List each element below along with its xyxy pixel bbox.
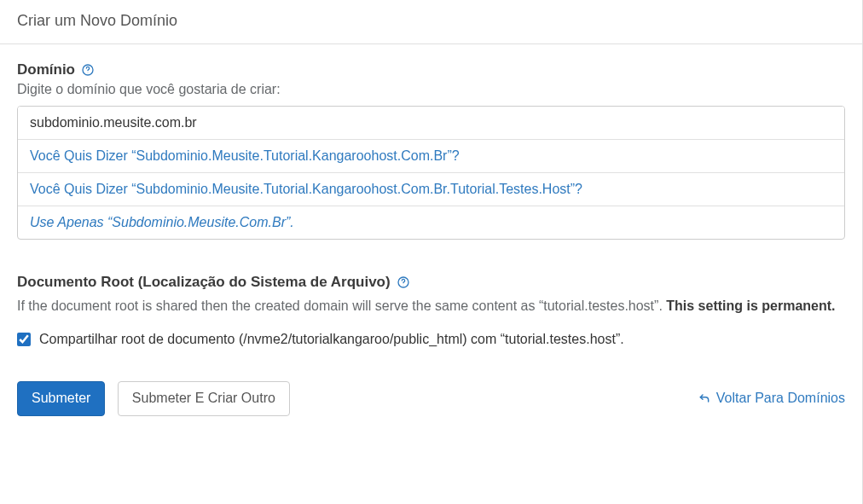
docroot-label: Documento Root (Localização do Sistema d… (17, 274, 391, 291)
page-title: Criar um Novo Domínio (0, 0, 862, 44)
domain-input[interactable] (18, 107, 844, 139)
footer-row: Submeter Submeter E Criar Outro Voltar P… (17, 381, 845, 416)
domain-label: Domínio (17, 61, 75, 78)
back-link-label: Voltar Para Domínios (716, 391, 845, 406)
docroot-help-text: If the document root is shared then the … (17, 296, 845, 316)
share-docroot-label: Compartilhar root de documento (/nvme2/t… (39, 332, 624, 347)
domain-suggestion-link[interactable]: Você Quis Dizer “Subdominio.Meusite.Tuto… (30, 182, 582, 196)
form-container: Domínio Digite o domínio que você gostar… (0, 44, 862, 433)
domain-use-only-link[interactable]: Use Apenas “Subdominio.Meusite.Com.Br”. (30, 215, 294, 229)
docroot-section: Documento Root (Localização do Sistema d… (17, 274, 845, 347)
domain-section: Domínio Digite o domínio que você gostar… (17, 61, 845, 240)
domain-suggestion: Você Quis Dizer “Subdominio.Meusite.Tuto… (18, 139, 844, 172)
submit-button[interactable]: Submeter (17, 381, 105, 416)
domain-help-text: Digite o domínio que você gostaria de cr… (17, 82, 845, 97)
help-icon[interactable] (396, 275, 411, 290)
domain-suggestion-link[interactable]: Você Quis Dizer “Subdominio.Meusite.Tuto… (30, 148, 460, 163)
svg-point-3 (403, 285, 403, 286)
svg-point-1 (88, 72, 89, 73)
back-arrow-icon (698, 391, 711, 405)
help-icon[interactable] (80, 62, 96, 78)
back-to-domains-link[interactable]: Voltar Para Domínios (698, 391, 845, 406)
domain-input-group: Você Quis Dizer “Subdominio.Meusite.Tuto… (17, 106, 845, 240)
docroot-help-strong: This setting is permanent. (666, 298, 835, 313)
share-docroot-checkbox[interactable] (17, 333, 31, 346)
submit-create-another-button[interactable]: Submeter E Criar Outro (118, 381, 290, 416)
domain-use-only: Use Apenas “Subdominio.Meusite.Com.Br”. (18, 206, 844, 239)
button-group: Submeter Submeter E Criar Outro (17, 381, 290, 416)
share-docroot-row[interactable]: Compartilhar root de documento (/nvme2/t… (17, 332, 845, 347)
docroot-help-part1: If the document root is shared then the … (17, 298, 666, 313)
domain-suggestion: Você Quis Dizer “Subdominio.Meusite.Tuto… (18, 172, 844, 206)
